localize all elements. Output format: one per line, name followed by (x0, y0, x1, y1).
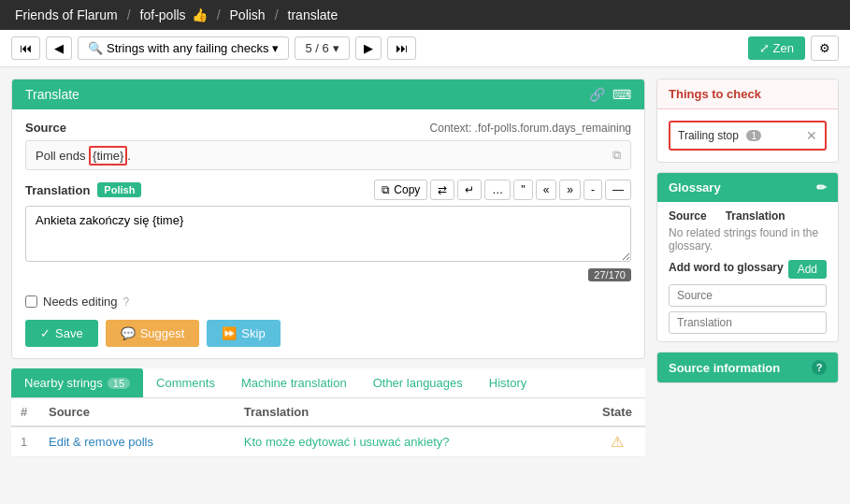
breadcrumb: Friends of Flarum / fof-polls 👍 / Polish… (0, 0, 850, 30)
left-panel: Translate 🔗 ⌨ Source Context: .fof-polls… (11, 79, 645, 457)
tab-machine-label: Machine translation (241, 376, 347, 390)
char-count: 27/170 (588, 268, 631, 281)
last-page-button[interactable]: ⏭ (387, 36, 416, 60)
edit-icon[interactable]: ✏ (816, 180, 827, 194)
checkmark-icon: ✓ (40, 326, 50, 340)
table-header-row: # Source Translation State (11, 398, 645, 426)
glossary-col-source: Source (669, 209, 707, 223)
zen-icon: ⤢ (759, 41, 770, 55)
check-label: Trailing stop (678, 129, 739, 142)
endash-button[interactable]: — (605, 180, 631, 200)
nav-project[interactable]: fof-polls (140, 7, 186, 22)
col-translation: Translation (235, 398, 589, 426)
translation-label: Translation (25, 183, 90, 197)
chevron-down-icon: ▾ (272, 41, 279, 55)
copy-button[interactable]: ⧉ Copy (374, 180, 427, 200)
col-num: # (11, 398, 39, 426)
main-layout: Translate 🔗 ⌨ Source Context: .fof-polls… (0, 67, 850, 468)
source-field: Poll ends {time}. ⧉ (25, 140, 631, 170)
prev-page-button[interactable]: ◀ (46, 36, 72, 60)
tabs-bar: Nearby strings 15 Comments Machine trans… (11, 368, 645, 398)
context-label: Context: .fof-polls.forum.days_remaining (430, 122, 631, 135)
tab-other[interactable]: Other languages (360, 368, 476, 397)
tab-nearby-label: Nearby strings (24, 376, 103, 390)
translate-body: Source Context: .fof-polls.forum.days_re… (12, 109, 644, 358)
page-indicator: 5 / 6 ▾ (295, 36, 349, 60)
main-toolbar: ⏮ ◀ 🔍 Strings with any failing checks ▾ … (0, 30, 850, 67)
right-panel: Things to check Trailing stop 1 ✕ Glossa… (656, 79, 839, 457)
col-source: Source (39, 398, 235, 426)
next-page-button[interactable]: ▶ (355, 36, 382, 60)
row-translation[interactable]: Kto może edytować i usuwać ankiety? (235, 426, 589, 457)
tab-machine[interactable]: Machine translation (228, 368, 360, 397)
tab-nearby-badge: 15 (108, 378, 130, 389)
tab-history[interactable]: History (476, 368, 540, 397)
nav-page[interactable]: translate (288, 7, 339, 22)
source-highlight: {time} (89, 146, 127, 166)
glossary-add-label: Add word to glossary (669, 261, 784, 274)
dash-button[interactable]: - (583, 180, 602, 200)
thumbs-up-icon: 👍 (192, 7, 208, 22)
tab-comments[interactable]: Comments (143, 368, 228, 397)
skip-button[interactable]: ⏩ Skip (207, 320, 280, 347)
needs-editing-checkbox[interactable] (25, 295, 37, 308)
raquo-button[interactable]: » (559, 180, 581, 200)
filter-button[interactable]: 🔍 Strings with any failing checks ▾ (78, 36, 289, 60)
translate-title: Translate (25, 87, 79, 102)
table-row: 1 Edit & remove polls Kto może edytować … (11, 426, 645, 457)
needs-editing-label: Needs editing (43, 295, 118, 309)
source-info-section: Source information ? (656, 352, 839, 383)
tab-comments-label: Comments (156, 376, 215, 390)
check-item: Trailing stop 1 ✕ (669, 121, 827, 151)
nav-language[interactable]: Polish (230, 7, 266, 22)
glossary-col-translation: Translation (726, 209, 785, 223)
settings-button[interactable]: ⚙ (811, 36, 839, 61)
keyboard-icon: ⌨ (612, 87, 631, 102)
nav-brand[interactable]: Friends of Flarum (15, 7, 118, 22)
enter-button[interactable]: ↵ (457, 180, 482, 200)
search-icon: 🔍 (88, 41, 103, 55)
tab-nearby[interactable]: Nearby strings 15 (11, 368, 143, 397)
row-source[interactable]: Edit & remove polls (39, 426, 235, 457)
translation-textarea[interactable]: Ankieta zakończy się {time} (25, 206, 631, 262)
ellipsis-button[interactable]: … (484, 180, 511, 200)
first-page-button[interactable]: ⏮ (11, 36, 40, 60)
row-state: ⚠ (589, 426, 645, 457)
tab-history-label: History (489, 376, 526, 390)
link-icon: 🔗 (589, 87, 605, 102)
rtl-button[interactable]: ⇄ (430, 180, 454, 200)
col-state: State (589, 398, 645, 426)
translate-header: Translate 🔗 ⌨ (12, 79, 644, 109)
strings-table: # Source Translation State 1 Edit & remo… (11, 398, 645, 457)
chevron-down-icon: ▾ (333, 41, 339, 55)
suggest-button[interactable]: 💬 Suggest (106, 320, 200, 347)
check-badge: 1 (746, 130, 761, 141)
source-label: Source (25, 121, 66, 135)
copy-icon: ⧉ (382, 183, 390, 196)
language-badge: Polish (97, 182, 141, 197)
things-to-check-section: Things to check Trailing stop 1 ✕ (656, 79, 839, 163)
tab-other-label: Other languages (373, 376, 463, 390)
glossary-source-input[interactable] (669, 284, 827, 307)
glossary-no-results: No related strings found in the glossary… (669, 226, 827, 252)
glossary-section: Glossary ✏ Source Translation No related… (656, 172, 839, 342)
glossary-translation-input[interactable] (669, 311, 827, 334)
row-num: 1 (11, 426, 39, 457)
chat-icon: 💬 (121, 326, 136, 340)
zen-button[interactable]: ⤢ Zen (748, 36, 805, 60)
laquo-button[interactable]: « (536, 180, 557, 200)
copy-source-icon[interactable]: ⧉ (612, 148, 621, 163)
glossary-add-button[interactable]: Add (788, 260, 827, 279)
close-icon[interactable]: ✕ (806, 128, 817, 143)
warning-icon: ⚠ (611, 434, 624, 450)
source-info-header: Source information ? (657, 353, 838, 382)
filter-label: Strings with any failing checks (107, 41, 268, 55)
save-button[interactable]: ✓ Save (25, 320, 98, 347)
translate-box: Translate 🔗 ⌨ Source Context: .fof-polls… (11, 79, 645, 359)
quote-button[interactable]: " (513, 180, 532, 200)
help-icon: ? (123, 295, 130, 309)
help-icon: ? (812, 360, 827, 375)
things-to-check-header: Things to check (657, 79, 838, 109)
glossary-header: Glossary ✏ (657, 173, 838, 202)
forward-icon: ⏩ (222, 326, 237, 340)
